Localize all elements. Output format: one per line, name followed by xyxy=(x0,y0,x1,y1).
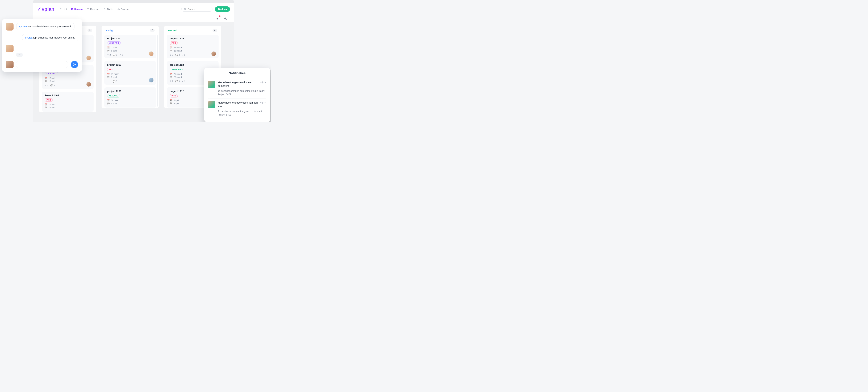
filter-button[interactable] xyxy=(214,16,220,22)
flag-icon: 🏁 xyxy=(169,76,172,78)
tag-akkoord: AKKOORD xyxy=(169,68,183,71)
due-date: 6 april xyxy=(174,102,179,105)
column-todo-count: 9 xyxy=(88,29,92,32)
svg-rect-6 xyxy=(71,8,72,10)
attachment-icon: ⇪ xyxy=(107,80,109,83)
notification-item[interactable]: Marco heeft je genoemd in een opmerking … xyxy=(208,78,266,99)
notification-description: Je bent genoemd in een opmerking in kaar… xyxy=(218,89,266,96)
check-count: 3 xyxy=(122,54,123,56)
due-date: 23 maart xyxy=(174,50,182,52)
filter-badge xyxy=(219,15,221,17)
scroll-track[interactable] xyxy=(157,35,158,106)
svg-line-20 xyxy=(186,9,186,10)
visibility-button[interactable] xyxy=(223,16,229,22)
calendar-icon: 📅 xyxy=(107,46,110,49)
due-date: 6 april xyxy=(111,76,117,78)
column-busy-count: 5 xyxy=(150,29,155,32)
card[interactable]: project 1225 PRIO 📅23 maart 🏁23 maart ⇪2… xyxy=(167,35,219,58)
calendar-icon: 📅 xyxy=(107,73,110,75)
comment-count: 3 xyxy=(116,80,117,83)
due-date: 3 april xyxy=(111,102,117,105)
avatar xyxy=(211,51,216,56)
notification-description: Je bent als resource toegewezen in kaart… xyxy=(218,110,266,117)
tag-prio: PRIO xyxy=(169,94,178,97)
card[interactable]: project 1353 PRIO 📅31 maart 🏁6 april ⇪1 … xyxy=(104,61,156,85)
attachment-icon: ⇪ xyxy=(169,54,172,56)
nav-list[interactable]: Lijst xyxy=(59,8,67,10)
card[interactable]: project 1298 AKKOORD 📅30 maart 🏁3 april xyxy=(104,88,156,107)
card-title: Project 1341 xyxy=(107,37,153,40)
comment-icon: 💬 xyxy=(175,54,178,56)
svg-point-21 xyxy=(225,18,226,19)
chat-input[interactable] xyxy=(16,61,68,68)
nav-analysis[interactable]: Analyse xyxy=(117,8,129,10)
card-title: project 1225 xyxy=(169,37,216,40)
card[interactable]: Project 1341 LAGE PRIO 📅2 april 🏁6 april… xyxy=(104,35,156,58)
card-title: Project 1408 xyxy=(44,94,91,97)
scroll-track[interactable] xyxy=(95,35,95,111)
card-title: project 1298 xyxy=(107,90,153,93)
notification-item[interactable]: Marco heeft je toegewezen aan een kaart … xyxy=(208,99,266,119)
attach-count: 2 xyxy=(110,54,111,56)
comment-count: 3 xyxy=(179,54,180,56)
tag-prio: PRIO xyxy=(169,41,178,45)
calendar-icon xyxy=(87,8,89,10)
chart-icon xyxy=(117,8,120,10)
attach-count: 1 xyxy=(47,84,48,87)
check-count: 3 xyxy=(184,54,185,56)
kanban-icon xyxy=(71,8,73,10)
check-icon: ✓ xyxy=(119,54,121,56)
avatar xyxy=(86,82,91,87)
avatar xyxy=(86,56,91,60)
attachment-icon: ⇪ xyxy=(107,54,109,56)
mention: @Lisa xyxy=(25,36,32,39)
chat-message: @Lisa top! Zullen we hier morgen voor zi… xyxy=(22,34,78,41)
card[interactable]: Project 1408 PRIO 📅16 april 🏁18 april xyxy=(42,92,94,112)
window-chrome xyxy=(33,0,234,3)
check-count: 3 xyxy=(184,80,185,83)
search-box[interactable] xyxy=(181,7,213,12)
search-input[interactable] xyxy=(188,8,217,10)
plan-date: 16 april xyxy=(49,103,55,106)
chat-panel: @Dave de klant heeft het concept goedgek… xyxy=(2,19,82,72)
avatar xyxy=(6,45,13,53)
due-date: 6 april xyxy=(111,50,117,52)
comment-count: 3 xyxy=(54,84,55,87)
comment-icon: 💬 xyxy=(113,54,116,56)
due-date: 13 april xyxy=(49,80,55,83)
notification-time: zojuist xyxy=(260,101,266,108)
flag-icon: 🏁 xyxy=(169,50,172,52)
flag-icon: 🏁 xyxy=(44,106,47,109)
list-icon xyxy=(59,8,62,10)
attachment-icon: ⇪ xyxy=(44,84,46,87)
attach-count: 2 xyxy=(172,80,173,83)
view-nav: Lijst Kanban Kalender Tijdlijn xyxy=(59,8,168,10)
comment-icon: 💬 xyxy=(175,80,178,83)
notification-heading: Marco heeft je genoemd in een opmerking xyxy=(218,81,258,88)
avatar xyxy=(6,23,13,31)
column-busy-title: Bezig xyxy=(106,29,113,32)
flag-icon: 🏁 xyxy=(107,102,110,105)
column-busy: Bezig 5 Project 1341 LAGE PRIO 📅2 april … xyxy=(101,26,159,108)
notifications-title: Notificaties xyxy=(208,71,266,75)
nav-timeline[interactable]: Tijdlijn xyxy=(103,8,113,10)
backlog-button[interactable]: Backlog xyxy=(215,6,230,12)
nav-timeline-label: Tijdlijn xyxy=(107,8,113,10)
calendar-icon: 📅 xyxy=(169,46,172,49)
nav-kanban[interactable]: Kanban xyxy=(71,8,83,10)
nav-kanban-label: Kanban xyxy=(74,8,83,10)
calendar-icon: 📅 xyxy=(169,73,172,75)
avatar xyxy=(149,78,154,83)
fullscreen-button[interactable] xyxy=(173,6,179,12)
typing-indicator xyxy=(16,53,23,57)
calendar-icon: 📅 xyxy=(169,99,172,102)
notifications-panel: Notificaties Marco heeft je genoemd in e… xyxy=(204,68,270,122)
search-icon xyxy=(184,8,186,10)
flag-icon: 🏁 xyxy=(107,76,110,78)
tag-akkoord: AKKOORD xyxy=(107,94,120,97)
comment-count: 3 xyxy=(116,54,117,56)
check-icon: ✓ xyxy=(182,80,184,83)
send-button[interactable] xyxy=(71,61,78,68)
nav-calendar[interactable]: Kalender xyxy=(87,8,99,10)
flag-icon: 🏁 xyxy=(107,50,110,52)
